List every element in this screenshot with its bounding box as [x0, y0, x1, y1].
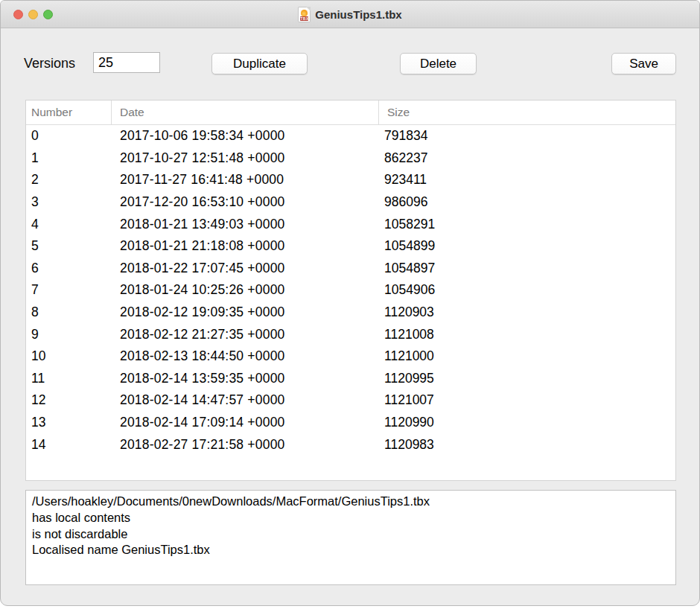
- document-icon: TBX: [298, 7, 311, 22]
- table-row[interactable]: 142018-02-27 17:21:58 +00001120983: [26, 433, 675, 456]
- table-row[interactable]: 12017-10-27 12:51:48 +0000862237: [26, 147, 675, 170]
- app-window: TBX GeniusTips1.tbx Versions Duplicate D…: [0, 0, 700, 606]
- table-header: Number Date Size: [26, 101, 675, 125]
- tbx-badge: TBX: [300, 16, 308, 21]
- duplicate-button[interactable]: Duplicate: [211, 53, 308, 74]
- cell-date: 2017-10-06 19:58:34 +0000: [112, 128, 379, 144]
- cell-size: 1054897: [379, 261, 675, 276]
- orange-blob: [301, 10, 308, 16]
- table-row[interactable]: 22017-11-27 16:41:48 +0000923411: [26, 169, 675, 191]
- cell-date: 2018-02-12 19:09:35 +0000: [112, 304, 379, 320]
- title-group: TBX GeniusTips1.tbx: [1, 1, 699, 28]
- table-row[interactable]: 72018-01-24 10:25:26 +00001054906: [26, 279, 675, 302]
- cell-size: 1121008: [379, 327, 675, 342]
- cell-number: 10: [26, 348, 112, 364]
- cell-size: 1120990: [379, 415, 675, 430]
- cell-date: 2018-02-14 17:09:14 +0000: [112, 415, 379, 430]
- cell-date: 2018-02-27 17:21:58 +0000: [112, 437, 379, 453]
- cell-date: 2018-02-14 14:47:57 +0000: [112, 392, 379, 408]
- table-row[interactable]: 112018-02-14 13:59:35 +00001120995: [26, 368, 675, 390]
- cell-size: 923411: [379, 172, 675, 188]
- cell-size: 1054899: [379, 238, 675, 254]
- info-line: /Users/hoakley/Documents/0newDownloads/M…: [32, 494, 669, 510]
- column-header-number[interactable]: Number: [26, 101, 112, 124]
- cell-date: 2018-02-13 18:44:50 +0000: [112, 348, 379, 364]
- cell-number: 6: [26, 261, 112, 276]
- cell-date: 2018-02-14 13:59:35 +0000: [112, 371, 379, 386]
- titlebar[interactable]: TBX GeniusTips1.tbx: [1, 1, 699, 28]
- table-row[interactable]: 122018-02-14 14:47:57 +00001121007: [26, 389, 675, 412]
- cell-number: 14: [26, 437, 112, 453]
- cell-size: 1120903: [379, 304, 675, 320]
- table-row[interactable]: 132018-02-14 17:09:14 +00001120990: [26, 412, 675, 434]
- table-row[interactable]: 42018-01-21 13:49:03 +00001058291: [26, 213, 675, 235]
- folded-corner: [306, 7, 311, 11]
- cell-number: 9: [26, 327, 112, 342]
- table-row[interactable]: 52018-01-21 21:18:08 +00001054899: [26, 235, 675, 258]
- cell-number: 3: [26, 194, 112, 210]
- cell-date: 2018-01-21 21:18:08 +0000: [112, 238, 379, 254]
- cell-number: 12: [26, 392, 112, 408]
- cell-number: 5: [26, 238, 112, 254]
- cell-number: 7: [26, 282, 112, 298]
- save-button[interactable]: Save: [611, 53, 676, 74]
- cell-size: 791834: [379, 128, 675, 144]
- cell-size: 1058291: [379, 217, 675, 232]
- cell-size: 1120995: [379, 371, 675, 386]
- table-row[interactable]: 82018-02-12 19:09:35 +00001120903: [26, 302, 675, 324]
- versions-input[interactable]: [93, 52, 160, 73]
- table-row[interactable]: 102018-02-13 18:44:50 +00001121000: [26, 345, 675, 368]
- cell-number: 1: [26, 150, 112, 166]
- cell-date: 2018-01-22 17:07:45 +0000: [112, 261, 379, 276]
- cell-date: 2018-01-24 10:25:26 +0000: [112, 282, 379, 298]
- table-row[interactable]: 62018-01-22 17:07:45 +00001054897: [26, 258, 675, 280]
- cell-size: 1121000: [379, 348, 675, 364]
- versions-label: Versions: [24, 56, 75, 71]
- cell-number: 0: [26, 128, 112, 144]
- info-line: has local contents: [32, 510, 669, 526]
- cell-size: 986096: [379, 194, 675, 210]
- table-row[interactable]: 02017-10-06 19:58:34 +0000791834: [26, 125, 675, 147]
- versions-table: Number Date Size 02017-10-06 19:58:34 +0…: [25, 100, 676, 481]
- cell-number: 13: [26, 415, 112, 430]
- cell-size: 1121007: [379, 392, 675, 408]
- delete-button[interactable]: Delete: [400, 53, 477, 74]
- column-header-size[interactable]: Size: [379, 101, 675, 124]
- cell-date: 2018-01-21 13:49:03 +0000: [112, 217, 379, 232]
- cell-date: 2017-10-27 12:51:48 +0000: [112, 150, 379, 166]
- cell-number: 4: [26, 217, 112, 232]
- cell-date: 2017-12-20 16:53:10 +0000: [112, 194, 379, 210]
- cell-date: 2018-02-12 21:27:35 +0000: [112, 327, 379, 342]
- cell-date: 2017-11-27 16:41:48 +0000: [112, 172, 379, 188]
- cell-size: 1120983: [379, 437, 675, 453]
- column-header-date[interactable]: Date: [112, 101, 379, 124]
- window-title: GeniusTips1.tbx: [315, 8, 401, 21]
- table-row[interactable]: 32017-12-20 16:53:10 +0000986096: [26, 191, 675, 214]
- table-row[interactable]: 92018-02-12 21:27:35 +00001121008: [26, 323, 675, 345]
- cell-size: 862237: [379, 150, 675, 166]
- cell-number: 11: [26, 371, 112, 386]
- info-line: Localised name GeniusTips1.tbx: [32, 542, 669, 558]
- cell-size: 1054906: [379, 282, 675, 298]
- info-line: is not discardable: [32, 526, 669, 543]
- cell-number: 2: [26, 172, 112, 188]
- file-info-box: /Users/hoakley/Documents/0newDownloads/M…: [25, 490, 676, 585]
- table-body: 02017-10-06 19:58:34 +000079183412017-10…: [26, 125, 675, 456]
- cell-number: 8: [26, 304, 112, 320]
